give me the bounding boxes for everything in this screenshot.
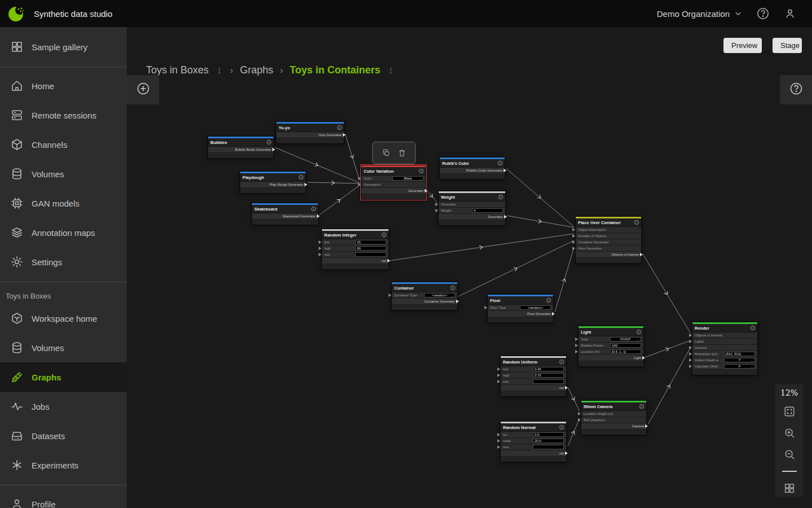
node-row-play-dough-generator[interactable]: Play Dough Generator bbox=[240, 182, 306, 188]
node-info-icon[interactable]: i bbox=[267, 140, 271, 144]
input-port[interactable] bbox=[689, 340, 694, 343]
sidebar-item-gan-models[interactable]: GAN models bbox=[0, 189, 127, 218]
input-port[interactable] bbox=[435, 203, 440, 206]
node-row-size[interactable]: size bbox=[322, 252, 389, 258]
graph-node-yoyo[interactable]: Yo-yoiYoyo Generator bbox=[276, 121, 345, 144]
node-row-low[interactable]: low0.40 bbox=[501, 366, 566, 373]
node-info-icon[interactable]: i bbox=[634, 220, 639, 225]
sidebar-item-annotation-maps[interactable]: Annotation maps bbox=[0, 218, 127, 247]
sidebar-item-settings[interactable]: Settings bbox=[0, 247, 127, 277]
help-icon[interactable] bbox=[757, 7, 769, 20]
node-info-icon[interactable]: i bbox=[299, 175, 303, 179]
input-port[interactable] bbox=[572, 240, 577, 244]
graph-node-camera-50mm[interactable]: 50mm CameraiLocation Height (m)Roll (deg… bbox=[581, 400, 647, 435]
output-port[interactable] bbox=[642, 356, 647, 360]
node-info-icon[interactable]: i bbox=[751, 326, 755, 330]
input-port[interactable] bbox=[572, 247, 577, 250]
node-info-icon[interactable]: i bbox=[546, 298, 551, 303]
node-row-calculate-obstruction[interactable]: Calculate ObstructionF⌄ bbox=[692, 364, 757, 370]
graph-node-bubbles[interactable]: BubblesiBubble Bottle Generator bbox=[208, 136, 274, 159]
field-value[interactable] bbox=[355, 252, 386, 257]
field-value[interactable]: 60 bbox=[355, 246, 386, 251]
graph-canvas[interactable]: Toys in Boxes›Graphs›Toys in Containers … bbox=[127, 27, 812, 508]
output-port[interactable] bbox=[504, 169, 508, 172]
node-row-size[interactable]: size bbox=[501, 444, 566, 450]
node-row-number-of-objects[interactable]: Number of Objects bbox=[576, 233, 641, 239]
node-row-roll-degrees[interactable]: Roll (degrees) bbox=[581, 417, 646, 423]
sidebar-item-jobs[interactable]: Jobs bbox=[0, 392, 127, 421]
input-port[interactable] bbox=[497, 374, 502, 377]
node-row-loc[interactable]: loc0.0 bbox=[501, 432, 566, 438]
node-row-scale[interactable]: scale20.0 bbox=[501, 438, 566, 444]
input-port[interactable] bbox=[575, 344, 580, 347]
field-value[interactable]: 0.40 bbox=[533, 367, 564, 371]
node-row-type[interactable]: TypePOINT⌄ bbox=[579, 336, 643, 343]
node-row-color[interactable]: ColorBlack⌄ bbox=[361, 176, 426, 182]
input-port[interactable] bbox=[484, 306, 489, 309]
node-info-icon[interactable]: i bbox=[559, 360, 564, 364]
node-row-high[interactable]: high60 bbox=[322, 246, 389, 252]
node-row-skateboard-generator[interactable]: Skateboard Generator bbox=[252, 213, 318, 220]
duplicate-node-icon[interactable] bbox=[382, 148, 391, 157]
node-row-out[interactable]: out bbox=[322, 258, 389, 264]
field-value[interactable]: [0.5, 1, 1] bbox=[610, 349, 641, 354]
node-row-rubik-s-cube-generator[interactable]: Rubik's Cube Generator bbox=[440, 168, 505, 174]
field-value[interactable]: 100 bbox=[610, 343, 641, 348]
node-row-container-type[interactable]: Container Type<random>⌄ bbox=[392, 292, 457, 299]
sidebar-item-home[interactable]: Home bbox=[0, 71, 127, 100]
node-info-icon[interactable]: i bbox=[382, 233, 386, 237]
graph-node-rubiks-cube[interactable]: Rubik's CubeiRubik's Cube Generator bbox=[439, 157, 505, 179]
output-port[interactable] bbox=[343, 133, 347, 137]
node-info-icon[interactable]: i bbox=[419, 169, 423, 173]
input-port[interactable] bbox=[497, 439, 502, 443]
graph-node-playdough[interactable]: PlaydoughiPlay Dough Generator bbox=[240, 171, 306, 194]
graph-node-render[interactable]: RenderiObjects of InterestLightsCameraRe… bbox=[692, 322, 758, 375]
sidebar-item-remote-sessions[interactable]: Remote sessions bbox=[0, 100, 127, 130]
node-row-light[interactable]: Light bbox=[579, 355, 643, 361]
output-port[interactable] bbox=[387, 259, 392, 262]
sidebar-item-volumes[interactable]: Volumes bbox=[0, 159, 127, 189]
output-port[interactable] bbox=[565, 452, 570, 455]
field-value[interactable]: [512, 512] bbox=[724, 352, 755, 356]
node-info-icon[interactable]: i bbox=[451, 286, 455, 290]
delete-node-icon[interactable] bbox=[398, 148, 407, 157]
node-row-radiant-power-w[interactable]: Radiant Power (W)100 bbox=[579, 343, 643, 349]
node-row-objects-of-interest[interactable]: Objects of Interest bbox=[692, 332, 757, 339]
node-row-object-generators[interactable]: Object Generators bbox=[576, 227, 641, 233]
node-info-icon[interactable]: i bbox=[498, 195, 503, 199]
output-port[interactable] bbox=[565, 386, 570, 389]
node-row-floor-type[interactable]: Floor Type<random>⌄ bbox=[488, 305, 553, 311]
input-port[interactable] bbox=[575, 338, 580, 341]
graph-node-random-normal[interactable]: Random Normaliloc0.0scale20.0sizeout bbox=[500, 421, 567, 462]
input-port[interactable] bbox=[689, 365, 694, 368]
node-row-camera[interactable]: Camera bbox=[581, 423, 646, 430]
field-value[interactable]: 15 bbox=[355, 240, 386, 244]
output-port[interactable] bbox=[640, 253, 645, 256]
node-row-low[interactable]: low15 bbox=[322, 239, 389, 246]
input-port[interactable] bbox=[319, 253, 323, 256]
field-value[interactable]: 4 bbox=[472, 208, 503, 213]
node-row-generator[interactable]: Generator bbox=[361, 188, 426, 194]
sidebar-item-datasets[interactable]: Datasets bbox=[0, 421, 127, 450]
input-port[interactable] bbox=[689, 346, 694, 349]
input-port[interactable] bbox=[689, 352, 694, 356]
input-port[interactable] bbox=[578, 418, 582, 422]
node-info-icon[interactable]: i bbox=[639, 404, 644, 409]
input-port[interactable] bbox=[689, 358, 694, 362]
input-port[interactable] bbox=[575, 350, 580, 353]
node-row-container-generator[interactable]: Container Generator bbox=[392, 299, 457, 305]
node-row-camera[interactable]: Camera bbox=[692, 345, 757, 351]
node-row-collect-depth-and-normal-ma[interactable]: Collect Depth and Normal Ma...T⌄ bbox=[692, 357, 757, 364]
input-port[interactable] bbox=[497, 445, 502, 449]
node-row-high[interactable]: high0.70 bbox=[501, 373, 566, 379]
input-port[interactable] bbox=[497, 367, 502, 371]
node-row-container-generator[interactable]: Container Generator bbox=[576, 239, 641, 246]
graph-node-light[interactable]: LightiTypePOINT⌄Radiant Power (W)100Loca… bbox=[578, 326, 644, 367]
input-port[interactable] bbox=[358, 183, 363, 186]
node-row-resolution-px[interactable]: Resolution (px)[512, 512] bbox=[692, 351, 757, 357]
output-port[interactable] bbox=[645, 424, 650, 428]
input-port[interactable] bbox=[358, 177, 363, 180]
input-port[interactable] bbox=[319, 247, 323, 250]
input-port[interactable] bbox=[497, 433, 502, 436]
input-port[interactable] bbox=[572, 228, 577, 231]
